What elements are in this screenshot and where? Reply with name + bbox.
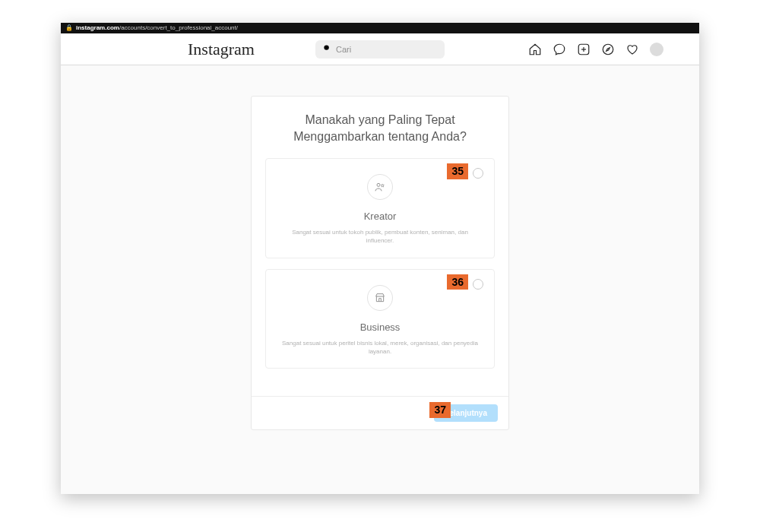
url-domain: instagram.com <box>76 23 119 33</box>
option-creator[interactable]: Kreator Sangat sesuai untuk tokoh publik… <box>265 158 495 258</box>
page-content: Manakah yang Paling Tepat Menggambarkan … <box>61 65 699 430</box>
option-business[interactable]: Business Sangat sesuai untuk peritel bis… <box>265 269 495 369</box>
heart-icon[interactable] <box>625 43 639 56</box>
option-business-name: Business <box>281 321 479 333</box>
url-path: /accounts/convert_to_professional_accoun… <box>119 23 238 33</box>
avatar[interactable] <box>650 43 663 56</box>
top-nav: Instagram Cari <box>61 33 699 65</box>
url-bar: 🔒 instagram.com /accounts/convert_to_pro… <box>61 23 699 33</box>
search-icon <box>323 44 331 54</box>
storefront-icon <box>367 285 393 311</box>
radio-business[interactable] <box>473 279 483 290</box>
search-placeholder: Cari <box>336 45 351 54</box>
option-business-desc: Sangat sesuai untuk peritel bisnis lokal… <box>281 339 479 356</box>
annotation-37: 37 <box>429 402 451 418</box>
svg-line-1 <box>328 49 331 52</box>
svg-point-5 <box>603 44 613 55</box>
card-footer: 37 Selanjutnya <box>252 396 508 429</box>
annotation-36: 36 <box>447 274 468 290</box>
search-input[interactable]: Cari <box>315 40 445 59</box>
messenger-icon[interactable] <box>553 43 566 56</box>
instagram-logo[interactable]: Instagram <box>188 40 255 59</box>
radio-creator[interactable] <box>473 168 483 179</box>
person-star-icon <box>367 174 393 200</box>
nav-icons <box>528 43 663 56</box>
compass-icon[interactable] <box>601 43 615 56</box>
account-type-card: Manakah yang Paling Tepat Menggambarkan … <box>251 96 509 430</box>
option-creator-desc: Sangat sesuai untuk tokoh publik, pembua… <box>281 228 479 245</box>
svg-point-7 <box>377 184 380 187</box>
home-icon[interactable] <box>528 43 542 56</box>
card-title: Manakah yang Paling Tepat Menggambarkan … <box>252 97 508 158</box>
plus-square-icon[interactable] <box>577 43 591 56</box>
svg-marker-6 <box>606 47 610 51</box>
browser-window: 🔒 instagram.com /accounts/convert_to_pro… <box>61 23 699 494</box>
option-creator-name: Kreator <box>281 211 479 222</box>
svg-point-0 <box>324 45 328 49</box>
annotation-35: 35 <box>447 163 468 179</box>
